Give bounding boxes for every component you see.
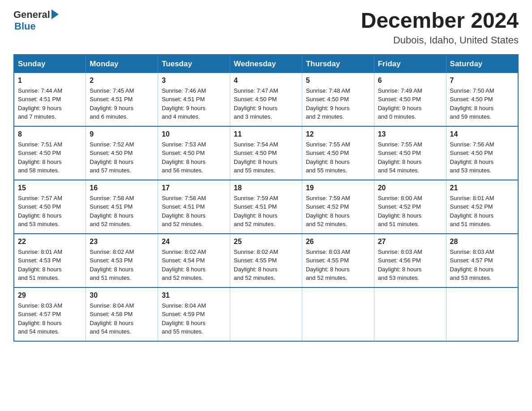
- day-number: 22: [18, 238, 82, 246]
- day-number: 21: [450, 184, 514, 192]
- day-number: 11: [234, 130, 298, 138]
- day-number: 2: [90, 77, 154, 85]
- day-info: Sunrise: 7:48 AMSunset: 4:50 PMDaylight:…: [306, 86, 370, 121]
- day-info: Sunrise: 7:58 AMSunset: 4:51 PMDaylight:…: [162, 194, 226, 229]
- day-info: Sunrise: 8:03 AMSunset: 4:56 PMDaylight:…: [378, 248, 442, 283]
- calendar-cell: [374, 287, 446, 341]
- day-info: Sunrise: 7:53 AMSunset: 4:50 PMDaylight:…: [162, 140, 226, 175]
- day-info: Sunrise: 7:58 AMSunset: 4:51 PMDaylight:…: [90, 194, 154, 229]
- calendar-cell: [230, 287, 302, 341]
- day-number: 19: [306, 184, 370, 192]
- day-info: Sunrise: 7:55 AMSunset: 4:50 PMDaylight:…: [378, 140, 442, 175]
- day-number: 28: [450, 238, 514, 246]
- calendar-cell: 12Sunrise: 7:55 AMSunset: 4:50 PMDayligh…: [302, 126, 374, 180]
- day-number: 7: [450, 77, 514, 85]
- calendar-week-row: 15Sunrise: 7:57 AMSunset: 4:50 PMDayligh…: [14, 180, 518, 234]
- day-info: Sunrise: 8:01 AMSunset: 4:53 PMDaylight:…: [18, 248, 82, 283]
- day-number: 27: [378, 238, 442, 246]
- day-info: Sunrise: 7:57 AMSunset: 4:50 PMDaylight:…: [18, 194, 82, 229]
- logo-blue-text: Blue: [14, 21, 36, 32]
- page-subtitle: Dubois, Idaho, United States: [361, 34, 519, 46]
- day-number: 25: [234, 238, 298, 246]
- calendar-day-header: Thursday: [302, 55, 374, 73]
- day-number: 15: [18, 184, 82, 192]
- day-number: 1: [18, 77, 82, 85]
- day-number: 12: [306, 130, 370, 138]
- calendar-day-header: Saturday: [446, 55, 518, 73]
- calendar-table: SundayMondayTuesdayWednesdayThursdayFrid…: [13, 54, 519, 342]
- calendar-cell: 22Sunrise: 8:01 AMSunset: 4:53 PMDayligh…: [14, 234, 86, 287]
- day-info: Sunrise: 7:44 AMSunset: 4:51 PMDaylight:…: [18, 86, 82, 121]
- day-info: Sunrise: 8:02 AMSunset: 4:53 PMDaylight:…: [90, 248, 154, 283]
- day-number: 17: [162, 184, 226, 192]
- calendar-cell: 29Sunrise: 8:03 AMSunset: 4:57 PMDayligh…: [14, 287, 86, 341]
- day-number: 10: [162, 130, 226, 138]
- title-block: December 2024 Dubois, Idaho, United Stat…: [361, 9, 519, 46]
- day-info: Sunrise: 8:03 AMSunset: 4:55 PMDaylight:…: [306, 248, 370, 283]
- calendar-cell: 1Sunrise: 7:44 AMSunset: 4:51 PMDaylight…: [14, 73, 86, 126]
- day-number: 13: [378, 130, 442, 138]
- logo-general-text: General: [13, 9, 50, 21]
- day-info: Sunrise: 7:49 AMSunset: 4:50 PMDaylight:…: [378, 86, 442, 121]
- day-number: 9: [90, 130, 154, 138]
- day-info: Sunrise: 7:59 AMSunset: 4:52 PMDaylight:…: [306, 194, 370, 229]
- calendar-day-header: Monday: [86, 55, 158, 73]
- day-info: Sunrise: 7:46 AMSunset: 4:51 PMDaylight:…: [162, 86, 226, 121]
- day-number: 20: [378, 184, 442, 192]
- calendar-day-header: Sunday: [14, 55, 86, 73]
- calendar-cell: 3Sunrise: 7:46 AMSunset: 4:51 PMDaylight…: [158, 73, 230, 126]
- day-info: Sunrise: 7:47 AMSunset: 4:50 PMDaylight:…: [234, 86, 298, 121]
- calendar-cell: 15Sunrise: 7:57 AMSunset: 4:50 PMDayligh…: [14, 180, 86, 234]
- calendar-cell: 17Sunrise: 7:58 AMSunset: 4:51 PMDayligh…: [158, 180, 230, 234]
- day-info: Sunrise: 7:52 AMSunset: 4:50 PMDaylight:…: [90, 140, 154, 175]
- logo: General Blue: [13, 9, 59, 32]
- day-number: 31: [162, 291, 226, 300]
- day-info: Sunrise: 8:04 AMSunset: 4:58 PMDaylight:…: [90, 301, 154, 336]
- day-info: Sunrise: 8:04 AMSunset: 4:59 PMDaylight:…: [162, 301, 226, 336]
- calendar-cell: 25Sunrise: 8:02 AMSunset: 4:55 PMDayligh…: [230, 234, 302, 287]
- calendar-cell: 7Sunrise: 7:50 AMSunset: 4:50 PMDaylight…: [446, 73, 518, 126]
- page-header: General Blue December 2024 Dubois, Idaho…: [13, 9, 519, 46]
- calendar-week-row: 29Sunrise: 8:03 AMSunset: 4:57 PMDayligh…: [14, 287, 518, 341]
- calendar-cell: 9Sunrise: 7:52 AMSunset: 4:50 PMDaylight…: [86, 126, 158, 180]
- calendar-day-header: Friday: [374, 55, 446, 73]
- day-info: Sunrise: 8:03 AMSunset: 4:57 PMDaylight:…: [18, 301, 82, 336]
- calendar-cell: 13Sunrise: 7:55 AMSunset: 4:50 PMDayligh…: [374, 126, 446, 180]
- calendar-cell: 19Sunrise: 7:59 AMSunset: 4:52 PMDayligh…: [302, 180, 374, 234]
- day-number: 24: [162, 238, 226, 246]
- calendar-cell: [302, 287, 374, 341]
- calendar-cell: 16Sunrise: 7:58 AMSunset: 4:51 PMDayligh…: [86, 180, 158, 234]
- calendar-cell: 10Sunrise: 7:53 AMSunset: 4:50 PMDayligh…: [158, 126, 230, 180]
- calendar-cell: 5Sunrise: 7:48 AMSunset: 4:50 PMDaylight…: [302, 73, 374, 126]
- day-info: Sunrise: 7:50 AMSunset: 4:50 PMDaylight:…: [450, 86, 514, 121]
- day-info: Sunrise: 8:02 AMSunset: 4:54 PMDaylight:…: [162, 248, 226, 283]
- calendar-cell: 21Sunrise: 8:01 AMSunset: 4:52 PMDayligh…: [446, 180, 518, 234]
- calendar-week-row: 22Sunrise: 8:01 AMSunset: 4:53 PMDayligh…: [14, 234, 518, 287]
- calendar-cell: 28Sunrise: 8:03 AMSunset: 4:57 PMDayligh…: [446, 234, 518, 287]
- calendar-cell: 18Sunrise: 7:59 AMSunset: 4:51 PMDayligh…: [230, 180, 302, 234]
- day-info: Sunrise: 7:59 AMSunset: 4:51 PMDaylight:…: [234, 194, 298, 229]
- calendar-day-header: Wednesday: [230, 55, 302, 73]
- calendar-cell: 26Sunrise: 8:03 AMSunset: 4:55 PMDayligh…: [302, 234, 374, 287]
- calendar-cell: 6Sunrise: 7:49 AMSunset: 4:50 PMDaylight…: [374, 73, 446, 126]
- day-number: 23: [90, 238, 154, 246]
- calendar-cell: 2Sunrise: 7:45 AMSunset: 4:51 PMDaylight…: [86, 73, 158, 126]
- day-number: 5: [306, 77, 370, 85]
- day-info: Sunrise: 7:55 AMSunset: 4:50 PMDaylight:…: [306, 140, 370, 175]
- calendar-cell: 14Sunrise: 7:56 AMSunset: 4:50 PMDayligh…: [446, 126, 518, 180]
- day-number: 16: [90, 184, 154, 192]
- page-title: December 2024: [361, 9, 519, 33]
- day-info: Sunrise: 8:02 AMSunset: 4:55 PMDaylight:…: [234, 248, 298, 283]
- calendar-header-row: SundayMondayTuesdayWednesdayThursdayFrid…: [14, 55, 518, 73]
- logo-arrow-icon: [51, 9, 59, 19]
- calendar-week-row: 8Sunrise: 7:51 AMSunset: 4:50 PMDaylight…: [14, 126, 518, 180]
- day-number: 14: [450, 130, 514, 138]
- calendar-cell: 30Sunrise: 8:04 AMSunset: 4:58 PMDayligh…: [86, 287, 158, 341]
- day-info: Sunrise: 7:45 AMSunset: 4:51 PMDaylight:…: [90, 86, 154, 121]
- day-info: Sunrise: 8:01 AMSunset: 4:52 PMDaylight:…: [450, 194, 514, 229]
- day-info: Sunrise: 7:51 AMSunset: 4:50 PMDaylight:…: [18, 140, 82, 175]
- day-number: 6: [378, 77, 442, 85]
- calendar-week-row: 1Sunrise: 7:44 AMSunset: 4:51 PMDaylight…: [14, 73, 518, 126]
- day-number: 29: [18, 291, 82, 300]
- day-number: 18: [234, 184, 298, 192]
